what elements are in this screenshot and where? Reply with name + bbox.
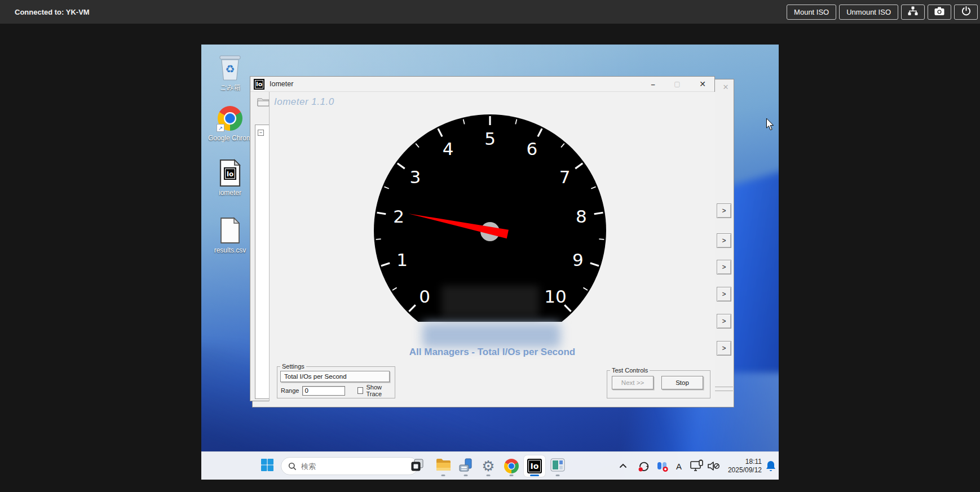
tray-clock[interactable]: 18:11 2025/09/12 [725,452,762,480]
blurred-result-text [422,323,560,348]
tray-chevron[interactable] [619,452,628,480]
desktop-icon-label: results.csv [206,246,254,254]
camera-icon [934,6,945,19]
maximize-button[interactable]: ▢ [669,77,686,91]
power-icon [961,6,972,18]
running-indicator [442,475,445,476]
file-icon [206,216,254,245]
window-status-lines [715,387,733,391]
settings-legend: Settings [280,363,306,370]
svg-text:1: 1 [396,250,408,270]
connection-header: Connected to: YK-VM Mount ISO Unmount IS… [0,0,980,24]
settings-group: Settings Total I/Os per Second Range Sho… [277,363,395,398]
sitemap-icon [907,6,919,19]
desktop-icon-recycle-bin[interactable]: ♻ ごみ箱 [206,54,254,91]
running-indicator [464,475,468,476]
blurred-value-readout [442,286,539,317]
start-button[interactable] [257,455,278,477]
search-input[interactable] [301,462,403,471]
notification-bell[interactable] [765,452,776,480]
svg-text:3: 3 [409,167,421,187]
svg-text:7: 7 [559,167,571,187]
power-button[interactable] [954,5,978,20]
range-row: Range Show Trace [281,385,392,396]
taskbar-iometer-active[interactable]: Io [524,455,545,477]
iometer-version-label: Iometer 1.1.0 [274,96,334,108]
taskbar-system-app[interactable] [547,455,568,477]
running-indicator [510,475,514,476]
taskbar-chrome[interactable] [501,455,522,477]
svg-text:4: 4 [443,139,454,159]
topology-tree-panel[interactable]: − [255,125,270,399]
desktop-icon-results-csv[interactable]: results.csv [206,216,254,254]
iometer-icon: Io [527,459,542,473]
expand-result-button[interactable]: > [717,233,731,248]
test-controls-group: Test Controls Next >> Stop [607,367,710,398]
tray-app-icon[interactable] [656,452,669,480]
iometer-titlebar[interactable]: Io Iometer – ▢ ✕ [250,77,714,92]
desktop-icon-chrome[interactable]: ↗ Google Chrome [206,104,254,142]
screenshot-button[interactable] [928,5,951,20]
svg-text:2: 2 [393,206,404,227]
background-close-button[interactable]: ✕ [719,81,732,92]
svg-text:0: 0 [419,286,430,307]
iometer-app-icon: Io [254,79,264,90]
gear-icon: ⚙ [482,459,495,473]
mount-iso-button[interactable]: Mount ISO [787,5,836,20]
stop-button[interactable]: Stop [661,376,703,389]
desktop-icon-label: Google Chrome [208,134,252,142]
mouse-cursor [766,118,774,133]
tray-mute-icon[interactable] [707,452,720,480]
svg-text:10: 10 [544,286,566,307]
svg-text:8: 8 [576,206,587,227]
show-trace-label: Show Trace [366,384,392,397]
chrome-icon: ↗ [206,104,254,132]
remote-devices-button[interactable] [901,5,925,20]
metric-select-button[interactable]: Total I/Os per Second [280,371,390,382]
tray-date: 2025/09/12 [725,466,762,475]
svg-text:9: 9 [572,250,584,270]
gauge-caption: All Managers - Total I/Os per Second [270,347,715,358]
range-label: Range [281,387,299,394]
expand-result-button[interactable]: > [717,287,731,302]
vm-desktop: ♻ ごみ箱 ↗ Google Chrome Io iometer results… [201,45,779,480]
task-view-icon [410,458,425,475]
close-button[interactable]: ✕ [694,77,711,91]
expand-result-button[interactable]: > [717,203,731,218]
desktop-icon-iometer[interactable]: Io iometer [206,159,254,197]
svg-text:Io: Io [227,170,234,178]
unmount-iso-button[interactable]: Unmount ISO [839,5,898,20]
desktop-icon-label: ごみ箱 [206,83,254,91]
svg-text:♻: ♻ [225,63,235,75]
taskbar-task-view[interactable] [407,455,428,477]
expand-result-button[interactable]: > [717,314,731,329]
remote-viewer-page: Connected to: YK-VM Mount ISO Unmount IS… [0,0,980,492]
tray-display-icon[interactable] [690,452,704,480]
tray-sync-icon[interactable] [637,452,651,480]
taskbar-settings[interactable]: ⚙ [478,455,499,477]
taskbar-pc-app[interactable] [455,455,476,477]
open-folder-icon[interactable] [257,97,270,109]
minimize-button[interactable]: – [644,77,661,91]
expand-result-button[interactable]: > [717,260,731,274]
shortcut-arrow-icon: ↗ [217,124,224,132]
iometer-file-icon: Io [206,159,254,187]
pc-icon [458,458,473,475]
show-trace-checkbox[interactable] [357,387,363,394]
chrome-icon [504,459,519,473]
search-icon [288,462,297,471]
expand-result-button[interactable]: > [717,341,731,356]
svg-text:5: 5 [484,128,496,149]
active-running-indicator [530,475,539,476]
range-input[interactable] [302,386,345,396]
svg-text:6: 6 [527,139,538,159]
recycle-bin-icon: ♻ [206,54,254,82]
taskbar-search[interactable] [281,457,418,475]
iometer-gauge-window: Iometer 1.1.0 012345678910 All Managers … [269,92,715,401]
running-indicator [556,475,560,476]
ime-indicator[interactable]: A [676,452,682,480]
test-controls-legend: Test Controls [610,367,650,374]
tree-expand-box[interactable]: − [258,130,264,136]
taskbar-file-explorer[interactable] [432,455,454,477]
next-button[interactable]: Next >> [612,376,654,389]
